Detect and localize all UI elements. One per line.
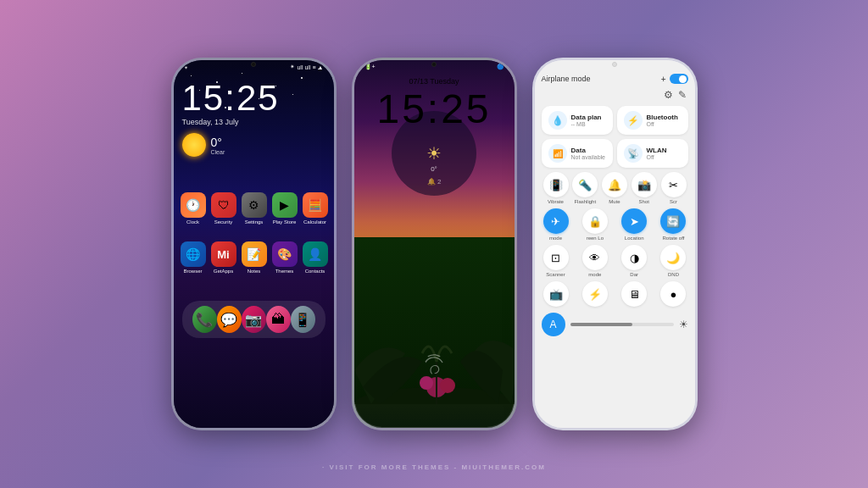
dock-messages[interactable]: 💬	[217, 306, 242, 333]
plants-svg	[354, 286, 517, 404]
btn-cast[interactable]: 📺	[542, 281, 570, 308]
brightness-slider[interactable]	[570, 323, 674, 326]
cast-icon: 📺	[543, 281, 569, 307]
phone3-controlcenter: Airplane mode + ⚙ ✎ 💧 Data plan -- MB	[532, 58, 698, 430]
btn-vibrate[interactable]: 📳 Vibrate	[542, 172, 570, 204]
signal-subtitle: Not available	[571, 154, 606, 160]
weather-widget: 0° Clear	[182, 133, 326, 157]
app-icon-clock: 🕐	[181, 192, 206, 218]
dock-other[interactable]: 📱	[291, 306, 315, 333]
status-bar-phone2: 🔋+ 🔵	[354, 60, 515, 72]
a-label: A	[549, 319, 556, 330]
cc-plus-icon[interactable]: +	[661, 75, 666, 84]
weather-temp: 0°	[211, 136, 225, 149]
lock-weather-temp: 0°	[431, 165, 437, 173]
dock-camera[interactable]: 📷	[242, 306, 266, 333]
home-date: Tuesday, 13 July	[182, 118, 326, 126]
btn-screenshot[interactable]: 📸 Shot	[630, 172, 659, 204]
btn-display[interactable]: 🖥	[620, 281, 648, 308]
location-label: Location	[625, 236, 644, 241]
dock: 📞 💬 📷 🏔 📱	[182, 301, 326, 338]
app-notes[interactable]: 📝 Notes	[242, 241, 267, 274]
btn-circle[interactable]: ●	[659, 281, 687, 308]
app-icon-settings: ⚙	[242, 192, 267, 218]
settings-icon[interactable]: ⚙	[664, 89, 673, 101]
dark-icon: ◑	[621, 245, 647, 270]
lock-widgets: ☀ 0°	[354, 143, 515, 173]
wlan-icon: 📡	[624, 144, 643, 163]
lock-label: reen Lo	[587, 236, 604, 241]
cc-tile-wlan-text: WLAN Off	[647, 147, 682, 160]
dock-phone[interactable]: 📞	[192, 306, 217, 333]
lockscreen-content: 07/13 Tuesday 15:25 ☀ 0° 🔔 2	[354, 72, 515, 186]
app-label-browser: Browser	[183, 269, 202, 274]
btn-power[interactable]: ⚡	[581, 281, 609, 308]
airplane-label: mode	[549, 236, 562, 241]
status-battery: 🔋+	[364, 64, 376, 70]
cc-tile-bluetooth[interactable]: ⚡ Bluetooth Off	[617, 106, 688, 135]
btn-reading[interactable]: 👁 mode	[581, 245, 609, 277]
app-label-security: Security	[214, 219, 233, 225]
signal-icon: 📶	[548, 144, 567, 163]
app-settings[interactable]: ⚙ Settings	[242, 192, 267, 225]
phone1-home: ✴ ✴ullull≡▲ 15:25 Tuesday, 13 July 0° Cl…	[171, 58, 337, 430]
btn-location[interactable]: ➤ Location	[620, 208, 648, 241]
cc-tile-wlan[interactable]: 📡 WLAN Off	[617, 139, 688, 168]
lock-sun-icon: ☀	[426, 143, 442, 164]
weather-info: 0° Clear	[211, 136, 225, 155]
phone2-lockscreen: 🔋+ 🔵 07/13 Tuesday 15:25 ☀ 0° 🔔 2	[352, 58, 517, 430]
flashlight-label: Flashlight	[574, 199, 596, 204]
power-icon: ⚡	[582, 281, 608, 307]
btn-dark[interactable]: ◑ Dar	[620, 245, 648, 277]
status-bar-phone1: ✴ ✴ullull≡▲	[174, 60, 334, 72]
cc-toggle-on[interactable]	[670, 74, 688, 84]
app-grid-row2: 🌐 Browser Mi GetApps 📝 Notes 🎨 Themes 👤 …	[174, 236, 334, 279]
btn-rotate[interactable]: 🔄 Rotate off	[659, 208, 687, 241]
app-themes[interactable]: 🎨 Themes	[272, 241, 298, 274]
dnd-icon: 🌙	[660, 245, 686, 270]
vibrate-icon: 📳	[543, 172, 569, 197]
fingerprint-icon	[422, 352, 446, 381]
display-icon: 🖥	[621, 281, 647, 307]
wlan-subtitle: Off	[647, 154, 682, 160]
flashlight-icon: 🔦	[572, 172, 598, 197]
brightness-fill	[570, 323, 632, 326]
cc-tile-data[interactable]: 💧 Data plan -- MB	[542, 106, 613, 135]
cc-quick-row: 📳 Vibrate 🔦 Flashlight 🔔 Mute 📸 Shot ✂ S…	[542, 172, 688, 204]
app-playstore[interactable]: ▶ Play Store	[272, 192, 298, 225]
btn-mute[interactable]: 🔔 Mute	[600, 172, 629, 204]
dock-gallery[interactable]: 🏔	[266, 306, 291, 333]
lock-time: 15:25	[354, 89, 515, 130]
cc-tile-signal[interactable]: 📶 Data Not available	[542, 139, 613, 168]
home-content: 15:25 Tuesday, 13 July 0° Clear	[174, 72, 334, 162]
btn-a[interactable]: A	[542, 313, 565, 336]
cc-tile-data-text: Data plan -- MB	[571, 114, 606, 127]
control-center-content: Airplane mode + ⚙ ✎ 💧 Data plan -- MB	[535, 60, 695, 428]
btn-airplane[interactable]: ✈ mode	[542, 208, 570, 241]
app-security[interactable]: 🛡 Security	[211, 192, 236, 225]
screenshot-label: Shot	[639, 199, 649, 204]
scanner-label: Scanner	[546, 272, 565, 277]
app-clock[interactable]: 🕐 Clock	[181, 192, 206, 225]
btn-flashlight[interactable]: 🔦 Flashlight	[570, 172, 599, 204]
cc-title: Airplane mode	[542, 75, 591, 83]
app-contacts[interactable]: 👤 Contacts	[303, 241, 328, 274]
app-browser[interactable]: 🌐 Browser	[181, 241, 206, 274]
btn-scanner[interactable]: ⊡ Scanner	[542, 245, 570, 277]
app-icon-security: 🛡	[211, 192, 236, 218]
bluetooth-subtitle: Off	[647, 121, 682, 127]
btn-lock[interactable]: 🔒 reen Lo	[581, 208, 609, 241]
app-icon-playstore: ▶	[272, 192, 298, 218]
lock-icon: 🔒	[582, 208, 608, 234]
home-time: 15:25	[182, 80, 326, 116]
btn-dnd[interactable]: 🌙 DND	[659, 245, 687, 277]
edit-icon[interactable]: ✎	[678, 89, 687, 101]
cc-tiles-row2: 📶 Data Not available 📡 WLAN Off	[542, 139, 688, 168]
app-label-themes: Themes	[275, 269, 294, 274]
app-getapps[interactable]: Mi GetApps	[211, 241, 236, 274]
wlan-title: WLAN	[647, 147, 682, 154]
app-calculator[interactable]: 🧮 Calculator	[303, 192, 328, 225]
app-label-playstore: Play Store	[273, 219, 297, 225]
app-grid-row1: 🕐 Clock 🛡 Security ⚙ Settings ▶ Play Sto…	[174, 187, 334, 230]
btn-screen-record[interactable]: ✂ Scr	[659, 172, 688, 204]
